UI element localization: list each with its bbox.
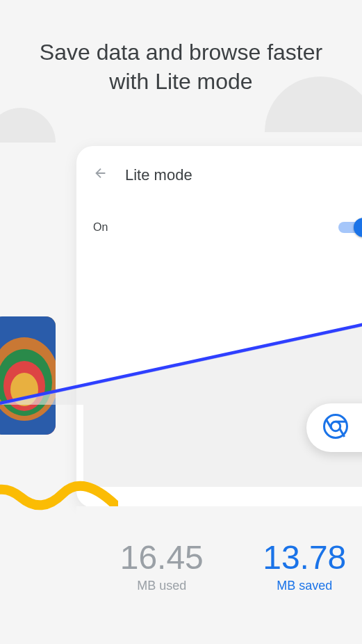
stat-saved: 13.78 MB saved (233, 541, 363, 644)
stat-used: 16.45 MB used (90, 541, 233, 644)
toggle-label: On (93, 221, 108, 234)
cloud-decoration (0, 108, 56, 143)
chrome-icon (323, 414, 348, 442)
chrome-badge (306, 403, 362, 452)
saved-value: 13.78 (233, 541, 363, 574)
back-arrow-icon[interactable] (93, 166, 108, 184)
page-title: Save data and browse faster with Lite mo… (0, 38, 362, 96)
lite-mode-card: Lite mode On (76, 146, 362, 508)
used-value: 16.45 (90, 541, 233, 574)
lite-mode-toggle[interactable] (338, 218, 362, 237)
toggle-row: On (76, 204, 362, 251)
svg-point-6 (331, 421, 340, 431)
card-header: Lite mode (76, 146, 362, 204)
screen-title: Lite mode (125, 166, 192, 184)
saved-label: MB saved (233, 579, 363, 593)
svg-point-4 (10, 373, 38, 406)
stats-section: 16.45 MB used 13.78 MB saved (76, 506, 362, 644)
thumbnail-image (0, 316, 56, 435)
used-label: MB used (90, 579, 233, 593)
